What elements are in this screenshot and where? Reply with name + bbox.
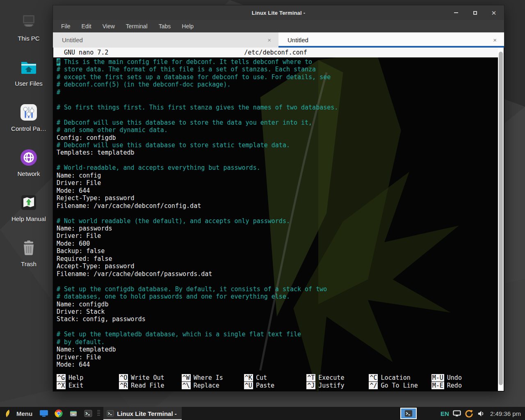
menu-item-view[interactable]: View bbox=[103, 23, 115, 30]
show-desktop-icon[interactable] bbox=[39, 409, 49, 418]
nano-cursor: # bbox=[57, 58, 60, 66]
shortcut-key: ^\ bbox=[182, 382, 191, 389]
shortcut-label: Redo bbox=[447, 382, 462, 389]
tab-close-icon[interactable]: × bbox=[266, 37, 273, 43]
menu-item-tabs[interactable]: Tabs bbox=[159, 23, 171, 30]
window-title: Linux Lite Terminal - bbox=[53, 10, 504, 16]
help-manual-icon bbox=[19, 193, 39, 212]
nano-shortcut-read-file: ^RRead File bbox=[119, 382, 181, 390]
update-notifier-icon[interactable] bbox=[465, 409, 473, 418]
shortcut-key: ^/ bbox=[369, 382, 378, 389]
shortcut-row-bottom: ^XExit^RRead File^\Replace^UPaste^JJusti… bbox=[57, 382, 494, 390]
terminal-content-area[interactable]: GNU nano 7.2 /etc/debconf.conf # This is… bbox=[53, 48, 504, 391]
desktop-icon-trash[interactable]: Trash bbox=[4, 238, 53, 267]
shortcut-key: ^U bbox=[244, 382, 253, 389]
shortcut-label: Read File bbox=[131, 382, 164, 389]
shortcut-label: Location bbox=[381, 374, 410, 381]
terminal-scrollbar[interactable] bbox=[498, 48, 504, 391]
terminal-line: Mode: 600 bbox=[57, 240, 494, 247]
window-titlebar[interactable]: Linux Lite Terminal - ✕ bbox=[53, 5, 504, 20]
desktop-icon-label: Trash bbox=[4, 260, 53, 267]
keyboard-layout-indicator[interactable]: EN bbox=[441, 410, 449, 417]
terminal-tab-2[interactable]: Untitled× bbox=[278, 32, 504, 48]
shortcut-key: M-U bbox=[431, 374, 444, 381]
shortcut-label: Help bbox=[68, 374, 83, 381]
nano-shortcut-paste: ^UPaste bbox=[244, 382, 306, 390]
terminal-line: # databases, one to hold passwords and o… bbox=[57, 293, 494, 300]
terminal-line: # and some other dynamic data. bbox=[57, 126, 494, 134]
desktop-icon-help-manual[interactable]: Help Manual bbox=[4, 193, 53, 222]
desktop-icon-this-pc[interactable]: This PC bbox=[4, 12, 53, 42]
terminal-line: # This is the main config file for debco… bbox=[57, 58, 494, 66]
network-globe-icon bbox=[19, 148, 39, 167]
desktop-icon-control-pa[interactable]: Control Pa… bbox=[4, 103, 53, 132]
terminal-window-icon bbox=[107, 410, 114, 417]
terminal-line: # debconf.conf(5) (in the debconf-doc pa… bbox=[57, 81, 494, 88]
nano-content[interactable]: # This is the main config file for debco… bbox=[57, 58, 494, 369]
tray-terminal-icon[interactable] bbox=[400, 408, 417, 419]
terminal-line: Mode: 644 bbox=[57, 361, 494, 368]
desktop-icon-label: User Files bbox=[4, 80, 53, 87]
terminal-line bbox=[57, 210, 494, 217]
panel-grip-handle[interactable] bbox=[97, 410, 100, 417]
desktop-icon-user-files[interactable]: User Files bbox=[4, 57, 53, 87]
terminal-line bbox=[57, 323, 494, 331]
control-panel-icon bbox=[19, 103, 39, 122]
display-settings-icon[interactable] bbox=[453, 410, 461, 417]
menu-item-edit[interactable]: Edit bbox=[82, 23, 91, 30]
terminal-line: Backup: false bbox=[57, 247, 494, 255]
nano-shortcut-justify: ^JJustify bbox=[306, 382, 369, 390]
chrome-browser-icon[interactable] bbox=[54, 409, 64, 418]
terminal-line: Accept-Type: password bbox=[57, 262, 494, 270]
shortcut-key: ^R bbox=[119, 382, 128, 389]
nano-shortcut-undo: M-UUndo bbox=[431, 374, 494, 382]
desktop-icon-network[interactable]: Network bbox=[4, 148, 53, 177]
terminal-line: Required: false bbox=[57, 255, 494, 262]
terminal-line: Mode: 644 bbox=[57, 187, 494, 194]
shortcut-key: ^T bbox=[306, 374, 315, 381]
terminal-line bbox=[57, 111, 494, 119]
nano-shortcut-cut: ^KCut bbox=[244, 374, 306, 382]
nano-shortcut-where-is: ^WWhere Is bbox=[182, 374, 244, 382]
nano-shortcut-location: ^CLocation bbox=[369, 374, 431, 382]
close-icon: ✕ bbox=[491, 10, 497, 16]
terminal-line: Filename: /var/cache/debconf/config.dat bbox=[57, 202, 494, 210]
tab-close-icon[interactable]: × bbox=[491, 37, 498, 43]
shortcut-key: M-E bbox=[431, 382, 444, 389]
shortcut-label: Where Is bbox=[194, 374, 223, 381]
trash-icon bbox=[19, 238, 39, 258]
clock[interactable]: 2:49:36 pm bbox=[490, 410, 521, 417]
desktop-icon-label: Help Manual bbox=[4, 215, 53, 222]
terminal-line: Name: passwords bbox=[57, 225, 494, 232]
terminal-line bbox=[57, 278, 494, 285]
terminal-launcher-icon[interactable] bbox=[83, 409, 93, 418]
minimize-button[interactable] bbox=[452, 8, 461, 17]
terminal-line: # by default. bbox=[57, 338, 494, 346]
volume-icon[interactable] bbox=[477, 410, 485, 418]
nano-shortcut-bar: ^GHelp^OWrite Out^WWhere Is^KCut^TExecut… bbox=[57, 374, 494, 390]
nano-shortcut-execute: ^TExecute bbox=[306, 374, 369, 382]
taskbar-window-button[interactable]: Linux Lite Terminal - bbox=[103, 407, 182, 420]
file-manager-icon[interactable] bbox=[68, 409, 78, 418]
shortcut-label: Exit bbox=[68, 382, 83, 389]
window-controls: ✕ bbox=[452, 5, 498, 20]
maximize-button[interactable] bbox=[470, 8, 479, 17]
nano-shortcut-redo: M-ERedo bbox=[431, 382, 494, 390]
terminal-line: # So first things first. This first stan… bbox=[57, 104, 494, 111]
menu-item-terminal[interactable]: Terminal bbox=[126, 23, 148, 30]
menu-button[interactable]: Menu bbox=[15, 410, 34, 417]
shortcut-label: Replace bbox=[194, 382, 219, 389]
menu-item-file[interactable]: File bbox=[61, 23, 71, 30]
linux-lite-logo-icon[interactable] bbox=[3, 409, 12, 418]
terminal-line: Config: configdb bbox=[57, 134, 494, 142]
terminal-tab-1[interactable]: Untitled× bbox=[53, 32, 278, 48]
tab-label: Untitled bbox=[288, 37, 491, 43]
shortcut-key: ^X bbox=[57, 382, 66, 389]
scrollbar-thumb[interactable] bbox=[499, 52, 503, 385]
nano-file-path: /etc/debconf.conf bbox=[53, 48, 498, 57]
minimize-icon bbox=[454, 12, 458, 13]
shortcut-label: Write Out bbox=[131, 374, 164, 381]
menu-item-help[interactable]: Help bbox=[182, 23, 194, 30]
close-button[interactable]: ✕ bbox=[489, 8, 498, 17]
terminal-line: # Debconf will use this database to stor… bbox=[57, 142, 494, 149]
